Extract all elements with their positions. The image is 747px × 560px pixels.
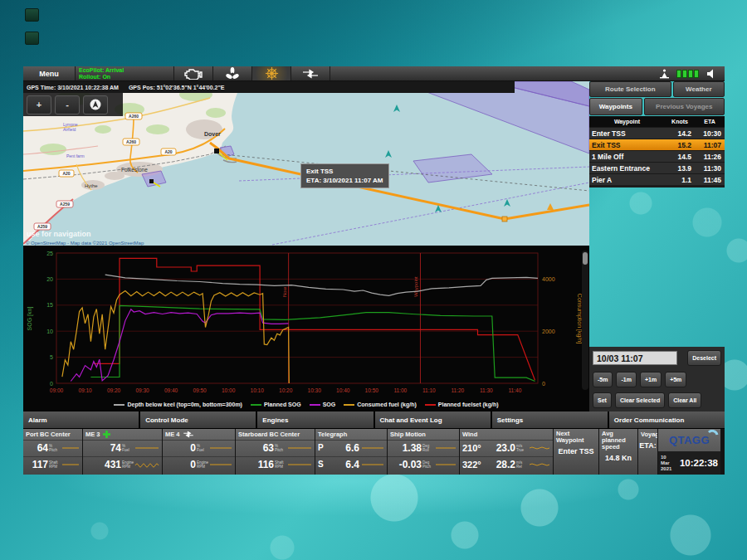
legend-item: Consumed fuel (kg/h)	[344, 402, 417, 407]
desktop-icon[interactable]	[25, 8, 39, 22]
tab-control-mode[interactable]: Control Mode	[140, 411, 256, 428]
minus-5min-button[interactable]: -5m	[593, 372, 613, 387]
plus-1min-button[interactable]: +1m	[640, 372, 662, 387]
map-zoom-out-button[interactable]: -	[55, 95, 80, 114]
waypoints-voyages-tabs: Waypoints Previous Voyages	[589, 98, 725, 115]
tab-route-selection[interactable]: Route Selection	[589, 81, 671, 97]
svg-text:10:10: 10:10	[251, 387, 265, 393]
svg-text:10:00: 10:00	[222, 387, 236, 393]
waypoint-row[interactable]: Eastern Entrance 13.9 11:30	[589, 162, 725, 173]
label-dover: Dover	[204, 131, 221, 137]
svg-text:25: 25	[46, 251, 53, 256]
sparkline	[361, 444, 384, 452]
legend-item: Planned SOG	[251, 402, 301, 407]
clear-all-button[interactable]: Clear All	[668, 392, 701, 408]
navigation-arrow-icon	[90, 99, 101, 110]
signal-leds	[676, 70, 700, 78]
svg-text:09:10: 09:10	[78, 387, 92, 393]
legend-item: Depth below keel (top=0m, bottom=300m)	[114, 402, 242, 407]
propeller-button[interactable]	[213, 66, 252, 80]
system-clock: 10 Mar2021 10:22:38	[658, 451, 720, 475]
wind-true-speed: 23.0	[496, 442, 515, 454]
avg-planned-speed-value: 14.8 Kn	[599, 454, 637, 462]
engine-button[interactable]	[174, 66, 213, 80]
toolbar-right	[659, 66, 725, 80]
deselect-button[interactable]: Deselect	[687, 350, 721, 366]
tab-engines[interactable]: Engines	[257, 411, 373, 428]
bottom-tab-strip: Alarm Control Mode Engines Chat and Even…	[23, 411, 725, 428]
voyage-eta-label: ETA:	[638, 441, 657, 450]
card-title: Voyage	[638, 429, 657, 438]
map-zoom-in-button[interactable]: +	[27, 95, 51, 114]
minus-1min-button[interactable]: -1m	[616, 372, 636, 387]
svg-text:10:30: 10:30	[308, 387, 322, 393]
sparkline	[529, 460, 550, 469]
tab-weather[interactable]: Weather	[673, 81, 725, 97]
waypoint-name: Exit TSS	[589, 141, 665, 149]
svg-text:4000: 4000	[542, 276, 555, 282]
tab-previous-voyages[interactable]: Previous Voyages	[644, 98, 725, 115]
clutch-button[interactable]	[291, 66, 330, 80]
status-card-next-waypoint: Next Waypoint Enter TSS	[554, 429, 598, 475]
sparkline	[209, 444, 232, 452]
map-controls: + -	[23, 93, 123, 116]
col-header-knots: Knots	[665, 119, 695, 124]
legend-label: Consumed fuel (kg/h)	[357, 402, 417, 407]
me4-fuel-value: 0	[190, 442, 196, 454]
qtagg-swoosh-icon	[707, 430, 719, 441]
telegraph-port-label: P	[318, 443, 326, 452]
helm-wheel-icon	[265, 66, 279, 80]
card-title: Avg planned speed	[599, 429, 637, 450]
waypoint-row[interactable]: Pier A 1.1 11:45	[589, 173, 725, 185]
chart-scrollbar[interactable]	[582, 251, 588, 390]
clock-date: 10 Mar2021	[661, 455, 676, 472]
route-waypoint-marker[interactable]	[502, 217, 507, 222]
tab-waypoints[interactable]: Waypoints	[589, 98, 642, 115]
waypoint-time-controls: 10/03 11:07 Deselect -5m -1m +1m +5m Set…	[589, 347, 725, 411]
helm-button[interactable]	[252, 66, 291, 80]
set-button[interactable]: Set	[593, 392, 612, 408]
waypoint-eta: 11:07	[695, 141, 725, 149]
waypoint-knots: 14.5	[665, 153, 695, 161]
waypoint-row[interactable]: Enter TSS 14.2 10:30	[589, 127, 725, 139]
waypoint-knots: 1.1	[665, 176, 695, 184]
svg-text:20: 20	[46, 276, 53, 282]
plus-5min-button[interactable]: +5m	[665, 372, 686, 387]
legend-swatch-sog	[310, 404, 320, 406]
roll-value: 1.38	[403, 442, 422, 454]
desktop-icon[interactable]	[25, 32, 39, 45]
waypoint-row[interactable]: Exit TSS 15.2 11:07	[589, 139, 725, 150]
svg-text:11:10: 11:10	[422, 387, 436, 393]
status-card-telegraph: Telegraph P 6.6 S 6.4	[315, 429, 387, 475]
tab-alarm[interactable]: Alarm	[23, 411, 139, 428]
waypoint-name: Pier A	[589, 176, 665, 184]
legend-swatch-depth	[114, 404, 124, 406]
trend-chart[interactable]: 051015202502000400009:0009:1009:2009:300…	[23, 246, 589, 398]
sparkline	[134, 460, 159, 469]
selected-time-field[interactable]: 10/03 11:07	[593, 351, 677, 365]
svg-text:0: 0	[50, 381, 53, 387]
tooltip-eta: ETA: 3/10/2021 11:07 AM	[306, 176, 383, 185]
legend-swatch-planned-sog	[251, 404, 261, 406]
chart-scrollbar-thumb[interactable]	[583, 252, 588, 265]
trend-chart-panel: 051015202502000400009:0009:1009:2009:300…	[23, 246, 589, 411]
road-badge: A20	[62, 171, 70, 176]
legend-item: Planned fuelset (kg/h)	[425, 402, 499, 407]
clear-selected-button[interactable]: Clear Selected	[615, 392, 665, 408]
next-waypoint-value: Enter TSS	[554, 447, 598, 455]
svg-text:Waypoint: Waypoint	[413, 276, 418, 297]
menu-button[interactable]: Menu	[23, 66, 76, 80]
waypoint-row[interactable]: 1 Mile Off 14.5 11:26	[589, 150, 725, 162]
toolbar-spacer	[330, 66, 659, 80]
sparkline	[287, 460, 312, 469]
map-panel[interactable]: A260 A260 A20 A20 A259 A259	[23, 81, 589, 246]
svg-text:09:30: 09:30	[135, 387, 149, 393]
map-center-ship-button[interactable]	[83, 95, 108, 114]
tab-chat-event-log[interactable]: Chat and Event Log	[375, 411, 491, 428]
waypoint-eta: 11:30	[695, 164, 725, 173]
tab-settings[interactable]: Settings	[492, 411, 608, 428]
wind-rel-speed: 28.2	[496, 459, 515, 470]
speaker-icon[interactable]	[706, 69, 716, 79]
col-header-waypoint: Waypoint	[589, 119, 665, 124]
tab-order-communication[interactable]: Order Communication	[609, 411, 725, 428]
